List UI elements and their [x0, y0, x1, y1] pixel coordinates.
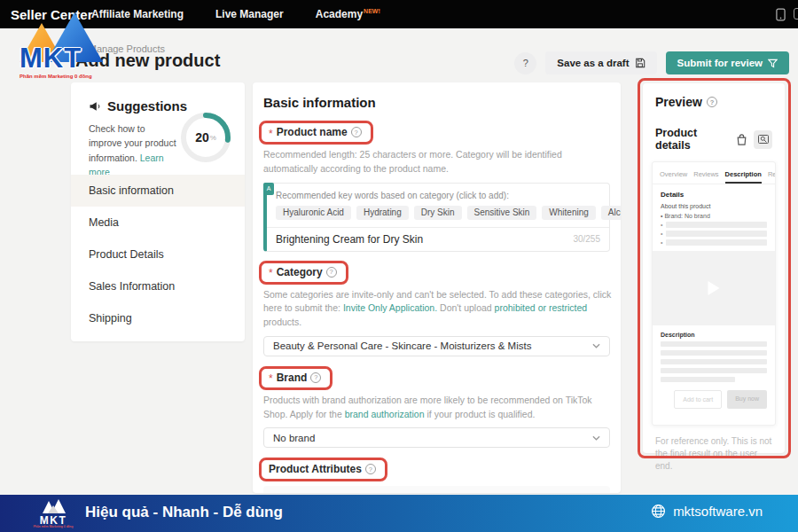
preview-tab[interactable]: Reviews: [693, 170, 718, 184]
brand-line: • Brand: No brand: [661, 213, 767, 219]
nav-academy[interactable]: AcademyNEW!: [316, 8, 380, 20]
sidebar-section-item[interactable]: Shipping: [71, 302, 245, 334]
preview-help-icon[interactable]: ?: [707, 97, 717, 107]
brand-select[interactable]: No brand: [263, 427, 610, 448]
placeholder-bar: [666, 239, 767, 246]
brand-hint: Products with brand authorization are mo…: [263, 394, 614, 422]
preview-tab[interactable]: Recommen: [768, 170, 775, 184]
nav-live-manager[interactable]: Live Manager: [215, 8, 284, 20]
product-name-label-annotated: * Product name ?: [259, 121, 373, 145]
product-attributes-label: Product Attributes: [269, 463, 362, 475]
keyword-chip[interactable]: Dry Skin: [414, 206, 462, 220]
submit-for-review-button[interactable]: Submit for review: [666, 51, 790, 74]
product-name-help-icon[interactable]: ?: [351, 127, 362, 137]
brand-label: Brand: [277, 372, 308, 384]
keyword-chip[interactable]: Whitening: [542, 206, 595, 220]
new-badge: NEW!: [364, 8, 380, 14]
nav-affiliate-marketing[interactable]: Affiliate Marketing: [91, 8, 184, 20]
logo-tagline: Phần mềm Marketing 0 đồng: [20, 74, 92, 79]
footer-slogan: Hiệu quả - Nhanh - Dễ dùng: [85, 504, 283, 521]
category-label-annotated: * Category ?: [259, 261, 348, 285]
product-attributes-label-annotated: Product Attributes ?: [259, 458, 387, 481]
placeholder-bar: [661, 350, 767, 356]
placeholder-bar: [666, 231, 767, 237]
description-heading: Description: [661, 332, 767, 338]
preview-title: Preview: [655, 95, 702, 109]
placeholder-bar: [666, 222, 767, 228]
details-heading: Details: [661, 191, 767, 199]
keyword-chip[interactable]: Sensitive Skin: [467, 206, 537, 220]
sidebar-section-item[interactable]: Basic information: [71, 175, 245, 207]
seller-center-brand[interactable]: Seller Center: [11, 7, 93, 22]
character-counter: 30/255: [573, 234, 600, 244]
mkt-footer-bar: MKT Phần mềm Marketing 0 đồng Hiệu quả -…: [0, 495, 798, 532]
suggestions-sidebar: Suggestions Check how to improve your pr…: [71, 82, 245, 341]
category-help-icon[interactable]: ?: [326, 267, 337, 278]
completion-progress-ring: 20%: [180, 112, 231, 163]
add-to-cart-button[interactable]: Add to cart: [674, 390, 722, 409]
shopping-bag-icon[interactable]: [735, 133, 748, 146]
sidebar-section-item[interactable]: Media: [71, 207, 245, 239]
product-name-input-group: A Recommended key words based on categor…: [263, 183, 610, 252]
phone-preview: OverviewReviewsDescriptionRecommen Detai…: [652, 161, 776, 426]
footer-mkt-logo: MKT Phần mềm Marketing 0 đồng: [32, 497, 74, 529]
chevron-down-icon: [592, 343, 600, 348]
about-heading: About this product: [661, 203, 767, 209]
keywords-title: Recommended key words based on category …: [276, 191, 600, 200]
funnel-icon: [768, 59, 778, 68]
page-help-button[interactable]: ?: [514, 52, 536, 74]
placeholder-bar: [661, 368, 767, 373]
category-label: Category: [277, 266, 323, 278]
preview-tab[interactable]: Overview: [660, 170, 687, 184]
suggestion-badge-icon: A: [263, 183, 274, 195]
product-attributes-help-icon[interactable]: ?: [365, 464, 376, 474]
category-select[interactable]: Beauty & Personal Care - Skincare - Mois…: [263, 336, 610, 356]
sidebar-section-item[interactable]: Sales Information: [71, 270, 245, 302]
product-name-label: Product name: [277, 126, 348, 138]
placeholder-bar: [661, 341, 767, 347]
invite-only-application-link[interactable]: Invite Only Application.: [343, 302, 437, 313]
suggestions-title: Suggestions: [107, 98, 187, 113]
sidebar-section-item[interactable]: Product Details: [71, 239, 245, 270]
keyword-chip[interactable]: Alcohol Free: [601, 206, 621, 220]
preview-disclaimer: For reference only. This is not the fina…: [655, 435, 772, 473]
page-title: Add new product: [75, 51, 220, 71]
top-navigation-bar: Seller Center Affiliate Marketing Live M…: [0, 0, 798, 28]
suggestions-description: Check how to improve your product inform…: [89, 121, 177, 179]
save-as-draft-button[interactable]: Save as a draft: [545, 51, 656, 74]
top-nav: Affiliate Marketing Live Manager Academy…: [91, 8, 380, 20]
brand-help-icon[interactable]: ?: [310, 372, 321, 383]
keyword-chip[interactable]: Hyaluronic Acid: [276, 206, 351, 220]
preview-tabs: OverviewReviewsDescriptionRecommen: [653, 162, 775, 184]
globe-icon: [651, 504, 666, 519]
product-name-input[interactable]: Brightening Cream for Dry Skin: [276, 233, 423, 246]
footer-website[interactable]: mktsoftware.vn: [651, 504, 763, 519]
logo-text: MKT: [20, 43, 82, 74]
placeholder-bar: [661, 359, 767, 364]
chevron-down-icon: [592, 435, 600, 441]
prohibited-restricted-link[interactable]: prohibited or restricted: [495, 302, 587, 313]
brand-label-annotated: * Brand ?: [259, 366, 332, 390]
keyword-chips: Hyaluronic AcidHydratingDry SkinSensitiv…: [276, 206, 600, 220]
mobile-app-icon[interactable]: [776, 8, 786, 21]
progress-value: 20: [195, 130, 209, 145]
save-icon: [635, 58, 645, 68]
preview-tab[interactable]: Description: [725, 170, 762, 184]
play-icon[interactable]: [708, 281, 720, 295]
keyword-chip[interactable]: Hydrating: [356, 206, 409, 220]
product-attributes-panel: *Cautions/Warnings *Country of Origin *P…: [263, 486, 610, 493]
product-name-hint: Recommended length: 25 characters or mor…: [263, 148, 614, 176]
section-heading: Basic information: [263, 95, 610, 110]
brand-authorization-link[interactable]: brand authorization: [345, 409, 425, 419]
section-nav: Basic informationMediaProduct DetailsSal…: [71, 175, 245, 334]
video-placeholder: [653, 251, 775, 325]
category-hint: Some categories are invite-only and can'…: [263, 288, 614, 330]
placeholder-bar: [661, 377, 735, 382]
preview-panel: Preview ? Product details OverviewReview…: [643, 83, 785, 453]
cropped-icon: [794, 8, 798, 20]
basic-information-form: Basic information * Product name ? Recom…: [253, 82, 621, 493]
product-details-label: Product details: [655, 127, 735, 152]
preview-mode-button[interactable]: [754, 130, 772, 149]
buy-now-button[interactable]: Buy now: [727, 390, 767, 409]
megaphone-icon: [89, 100, 101, 113]
